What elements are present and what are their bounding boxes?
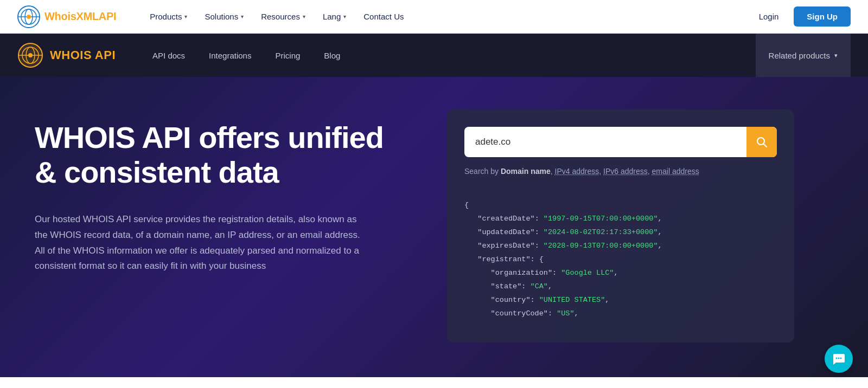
related-products-button[interactable]: Related products ▾ [756,34,851,77]
hero-description: Our hosted WHOIS API service provides th… [35,212,371,275]
solutions-chevron-icon: ▾ [241,14,244,20]
related-products-chevron-icon: ▾ [834,52,838,59]
product-logo-area: WHOIS API [17,42,116,68]
logo-text: WhoisXMLAPI [44,10,116,23]
top-nav-links: Products ▾ Solutions ▾ Resources ▾ Lang … [142,8,752,25]
sec-nav-blog[interactable]: Blog [313,47,351,64]
hint-email[interactable]: email address [652,167,699,176]
signup-button[interactable]: Sign Up [794,7,851,27]
svg-line-12 [764,144,767,147]
hero-right: Search by Domain name, IPv4 address, IPv… [447,109,794,342]
login-button[interactable]: Login [752,8,786,25]
top-nav-right: Login Sign Up [752,7,851,27]
logo-icon [17,5,40,28]
sec-nav-pricing[interactable]: Pricing [264,47,311,64]
search-icon [756,136,768,148]
sec-nav-api-docs[interactable]: API docs [142,47,196,64]
secondary-nav: WHOIS API API docs Integrations Pricing … [0,34,868,77]
chat-bubble[interactable] [825,345,853,373]
search-box [464,127,777,157]
nav-contact[interactable]: Contact Us [356,8,411,25]
search-button[interactable] [746,127,777,157]
hero-section: WHOIS API offers unified & consistent da… [0,77,868,377]
secondary-nav-links: API docs Integrations Pricing Blog [142,47,756,64]
nav-solutions[interactable]: Solutions ▾ [197,8,251,25]
hero-title: WHOIS API offers unified & consistent da… [35,120,404,190]
product-logo-icon [17,42,43,68]
hint-ipv6[interactable]: IPv6 address [603,167,648,176]
products-chevron-icon: ▾ [184,14,187,20]
svg-point-10 [28,53,33,57]
svg-point-14 [838,358,840,359]
search-input[interactable] [464,127,746,157]
json-preview: { "createdDate": "1997-09-15T07:00:00+00… [464,190,777,321]
product-title: WHOIS API [50,48,116,62]
sec-nav-integrations[interactable]: Integrations [198,47,262,64]
chat-icon [832,352,846,366]
svg-point-13 [836,358,838,359]
search-card: Search by Domain name, IPv4 address, IPv… [447,109,794,342]
lang-chevron-icon: ▾ [343,14,346,20]
top-nav: WhoisXMLAPI Products ▾ Solutions ▾ Resou… [0,0,868,34]
hero-left: WHOIS API offers unified & consistent da… [35,109,404,274]
hint-ipv4[interactable]: IPv4 address [555,167,599,176]
nav-products[interactable]: Products ▾ [142,8,195,25]
json-content: { "createdDate": "1997-09-15T07:00:00+00… [464,190,777,321]
nav-resources[interactable]: Resources ▾ [253,8,313,25]
svg-point-4 [27,15,31,19]
nav-lang[interactable]: Lang ▾ [315,8,354,25]
logo[interactable]: WhoisXMLAPI [17,5,116,28]
svg-point-15 [840,358,842,359]
search-hint: Search by Domain name, IPv4 address, IPv… [464,166,777,177]
resources-chevron-icon: ▾ [303,14,305,20]
